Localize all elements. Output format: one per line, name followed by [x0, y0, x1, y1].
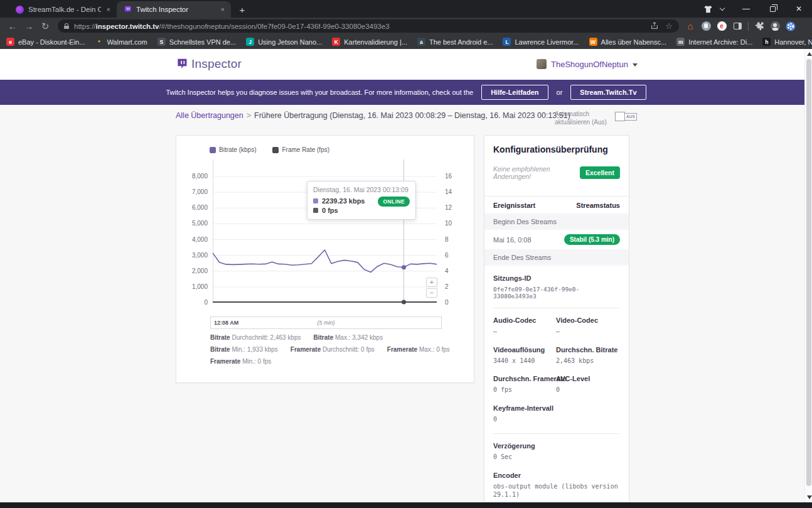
- bookmark-label: eBay - Diskount-Ein...: [18, 38, 85, 46]
- tab-close-icon[interactable]: ×: [220, 6, 226, 13]
- stream-chart-card: Bitrate (kbps)Frame Rate (fps) 01,0002,0…: [176, 135, 474, 383]
- legend-item: Bitrate (kbps): [210, 146, 256, 153]
- tab-close-icon[interactable]: ×: [105, 6, 112, 13]
- legend-swatch: [210, 147, 216, 153]
- event-text: Mai 16, 0:08: [493, 236, 532, 244]
- y-axis-tick-label: 6,000: [179, 204, 208, 211]
- scrollbar-down-arrow[interactable]: [807, 495, 812, 499]
- y-axis-tick-label: 0: [179, 299, 208, 306]
- lock-icon[interactable]: [64, 23, 69, 30]
- tooltip-swatch: [313, 208, 318, 213]
- y-axis-tick-label: 4,000: [179, 236, 208, 243]
- share-icon[interactable]: [650, 21, 659, 31]
- maximize-button[interactable]: [759, 0, 786, 18]
- bookmark-item[interactable]: eeBay - Diskount-Ein...: [6, 38, 85, 46]
- tab-twitch-inspector[interactable]: Twitch Inspector ×: [117, 1, 231, 18]
- bookmark-favicon: W: [589, 38, 597, 46]
- page-scrollbar[interactable]: [804, 49, 812, 502]
- ebay-extension-icon[interactable]: e: [717, 21, 727, 31]
- event-row: Ende Des Streams: [484, 249, 629, 266]
- recommendation-row: Keine empfohlenen Änderungen! Excellent: [484, 154, 629, 180]
- tooltip-date: Dienstag, 16. Mai 2023 00:13:09: [313, 186, 410, 193]
- event-text: Beginn Des Streams: [493, 218, 557, 225]
- bookmark-item[interactable]: LLawrence Livermor...: [503, 38, 579, 46]
- chart-legend: Bitrate (kbps)Frame Rate (fps): [210, 146, 329, 153]
- auto-refresh-label: Automatisch aktualisieren (Aus): [555, 111, 610, 126]
- breadcrumb-link[interactable]: Alle Übertragungen: [176, 111, 243, 120]
- forward-button[interactable]: →: [21, 19, 36, 34]
- bookmark-item[interactable]: mInternet Archive: Di...: [676, 38, 752, 46]
- bookmark-label: Lawrence Livermor...: [515, 38, 579, 46]
- detail-label: Video-Codec: [556, 316, 620, 324]
- legend-label: Frame Rate (fps): [282, 146, 329, 153]
- stat-item: Bitrate Durchschnitt: 2,463 kbps: [210, 334, 301, 341]
- minimize-button[interactable]: —: [733, 0, 759, 18]
- bookmark-label: Alles über Nabensc...: [601, 38, 667, 46]
- reload-button[interactable]: ↻: [38, 19, 53, 34]
- home-extension-icon[interactable]: ⌂: [685, 21, 695, 31]
- detail-value: obs-output module (libobs version 29.1.1…: [493, 482, 620, 499]
- bookmark-favicon: h: [762, 38, 771, 46]
- stats-row: Bitrate Min.: 1,933 kbpsFramerate Durchs…: [210, 346, 473, 353]
- events-header-status: Streamstatus: [576, 202, 620, 209]
- sidebar-extension-icon[interactable]: [732, 21, 742, 31]
- stat-item: Framerate Durchschnitt: 0 fps: [291, 346, 375, 353]
- bookmark-item[interactable]: WAlles über Nabensc...: [589, 38, 667, 46]
- settings-gear-icon[interactable]: [786, 21, 796, 31]
- detail-label: Durchschn. Framerate: [493, 375, 548, 382]
- bookmark-item[interactable]: *Walmart.com: [95, 38, 147, 46]
- bookmark-item[interactable]: SSchnellstes VPN de...: [158, 38, 236, 46]
- chevron-down-icon[interactable]: [720, 5, 725, 10]
- config-panel-title: Konfigurationsüberprüfung: [484, 136, 629, 154]
- zoom-in-button[interactable]: +: [426, 278, 437, 287]
- profile-avatar-icon[interactable]: [770, 21, 780, 31]
- back-button[interactable]: ←: [5, 19, 20, 34]
- tab-streamtalk[interactable]: StreamTalk.de - Dein Community F ×: [9, 1, 117, 18]
- hand-extension-icon[interactable]: [701, 21, 711, 31]
- y-axis-tick-label: 2: [445, 283, 449, 290]
- bookmark-item[interactable]: hHannover, NI Wette...: [762, 38, 812, 46]
- stat-metric: Framerate: [387, 346, 417, 353]
- detail-value: 0: [493, 415, 620, 424]
- detail-row: Videoauflösung3440 x 1440Durchschn. Bitr…: [484, 346, 629, 365]
- user-avatar: [537, 59, 547, 69]
- y-axis-tick-label: 1,000: [179, 283, 208, 290]
- events-table-header: Ereignisstart Streamstatus: [484, 196, 629, 213]
- detail-value: 0 fps: [493, 386, 548, 394]
- twitch-glitch-icon: [176, 58, 188, 70]
- detail-label: AVC-Level: [556, 375, 620, 382]
- zoom-out-button[interactable]: −: [426, 288, 437, 298]
- scrollbar-thumb[interactable]: [806, 59, 811, 486]
- detail-label: Durchschn. Bitrate: [556, 346, 620, 354]
- bookmark-favicon: m: [676, 38, 685, 46]
- profile-shirt-icon[interactable]: [703, 5, 713, 13]
- help-guide-button[interactable]: Hilfe-Leitfaden: [481, 85, 548, 100]
- bookmark-item[interactable]: JUsing Jetson Nano...: [246, 38, 322, 46]
- stat-metric: Bitrate: [210, 346, 230, 353]
- stream-twitch-tv-button[interactable]: Stream.Twitch.Tv: [570, 85, 646, 100]
- close-button[interactable]: ✕: [786, 0, 812, 18]
- configuration-panel: Konfigurationsüberprüfung Keine empfohle…: [484, 135, 629, 502]
- y-axis-tick-label: 10: [445, 220, 452, 227]
- bookmark-item[interactable]: aThe best Android e...: [417, 38, 493, 46]
- detail-label: Keyframe-Intervall: [493, 404, 620, 412]
- address-bar[interactable]: https://inspector.twitch.tv/#/theshoguno…: [58, 19, 679, 33]
- time-range-selector[interactable]: 12:08 AM (5 min): [210, 316, 442, 329]
- detail-row: Encoderobs-output module (libobs version…: [484, 472, 629, 499]
- toggle-state-label: AUS: [625, 113, 637, 121]
- user-menu[interactable]: TheShogunOfNeptun: [537, 59, 638, 69]
- bookmark-item[interactable]: KKartenvalidierung |...: [332, 38, 407, 46]
- inspector-logo[interactable]: Inspector: [176, 57, 242, 71]
- auto-refresh-control: Automatisch aktualisieren (Aus) AUS: [555, 111, 637, 126]
- scrollbar-up-arrow[interactable]: [807, 52, 812, 56]
- breadcrumb: Alle Übertragungen>Frühere Übertragung (…: [176, 111, 570, 120]
- y-axis-tick-label: 2,000: [179, 268, 208, 274]
- extensions-area: ⌂ e: [685, 21, 796, 31]
- new-tab-button[interactable]: +: [235, 2, 250, 17]
- bookmarks-list: eeBay - Diskount-Ein...*Walmart.comSSchn…: [6, 38, 812, 46]
- bookmark-star-icon[interactable]: ☆: [665, 21, 673, 31]
- auto-refresh-toggle[interactable]: AUS: [615, 112, 637, 121]
- stat-item: Bitrate Max.: 3,342 kbps: [314, 334, 383, 341]
- extensions-puzzle-icon[interactable]: [754, 21, 764, 31]
- y-axis-tick-label: 6: [445, 252, 449, 259]
